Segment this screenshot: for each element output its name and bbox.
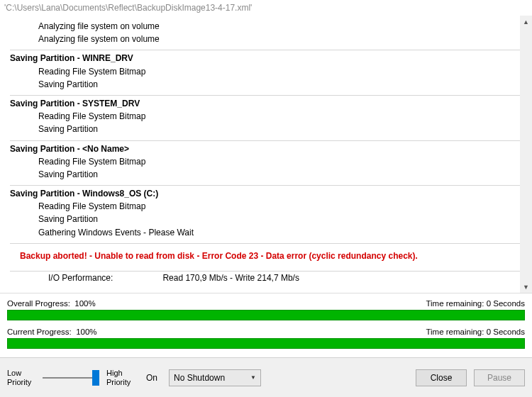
log-line: Analyzing file system on volume [10, 33, 518, 45]
scroll-up-icon[interactable]: ▲ [520, 16, 532, 28]
window-title: 'C:\Users\Lana\Documents\Reflect\BackupD… [0, 0, 532, 16]
log-line: Reading File System Bitmap [10, 65, 518, 78]
log-line: Saving Partition [10, 78, 518, 91]
separator [10, 95, 528, 96]
log-line: Saving Partition [10, 123, 518, 135]
partition-header: Saving Partition - Windows8_OS (C:) [10, 187, 518, 200]
shutdown-selected-value: No Shutdown [174, 373, 225, 383]
overall-time-remaining: Time remaining: 0 Seconds [426, 299, 525, 308]
close-button[interactable]: Close [416, 369, 467, 386]
log-line: Reading File System Bitmap [10, 200, 518, 213]
log-line: Reading File System Bitmap [10, 110, 518, 123]
partition-header: Saving Partition - WINRE_DRV [10, 52, 518, 65]
pause-button: Pause [474, 369, 525, 386]
separator [10, 243, 528, 244]
log-line: Analyzing file system on volume [10, 20, 518, 33]
log-line: Gathering Windows Events - Please Wait [10, 226, 518, 239]
priority-slider[interactable] [43, 369, 99, 386]
log-line: Saving Partition [10, 168, 518, 181]
partition-header: Saving Partition - <No Name> [10, 142, 518, 155]
overall-progress-bar [7, 310, 525, 320]
on-label: On [146, 373, 157, 383]
scrollbar[interactable]: ▲ ▼ [520, 16, 532, 293]
separator [10, 185, 528, 186]
log-line: Reading File System Bitmap [10, 155, 518, 168]
footer-bar: LowPriority HighPriority On No Shutdown … [0, 357, 532, 397]
io-performance-label: I/O Performance: [48, 273, 113, 283]
current-progress-bar [7, 338, 525, 349]
partition-header: Saving Partition - SYSTEM_DRV [10, 97, 518, 110]
error-message: Backup aborted! - Unable to read from di… [10, 245, 518, 267]
current-time-remaining: Time remaining: 0 Seconds [426, 328, 525, 336]
log-line: Saving Partition [10, 213, 518, 225]
overall-progress-label: Overall Progress: 100% [7, 299, 96, 308]
high-priority-label: HighPriority [106, 369, 135, 386]
slider-thumb[interactable] [92, 370, 99, 386]
scroll-down-icon[interactable]: ▼ [520, 281, 532, 293]
separator [10, 140, 528, 141]
io-performance-value: Read 170,9 Mb/s - Write 214,7 Mb/s [162, 273, 299, 283]
log-panel: Analyzing file system on volume Analyzin… [0, 16, 532, 293]
chevron-down-icon: ▼ [250, 374, 256, 381]
shutdown-select[interactable]: No Shutdown ▼ [169, 369, 261, 386]
separator [10, 271, 528, 272]
low-priority-label: LowPriority [7, 369, 35, 386]
separator [10, 50, 528, 50]
current-progress-label: Current Progress: 100% [7, 328, 97, 336]
